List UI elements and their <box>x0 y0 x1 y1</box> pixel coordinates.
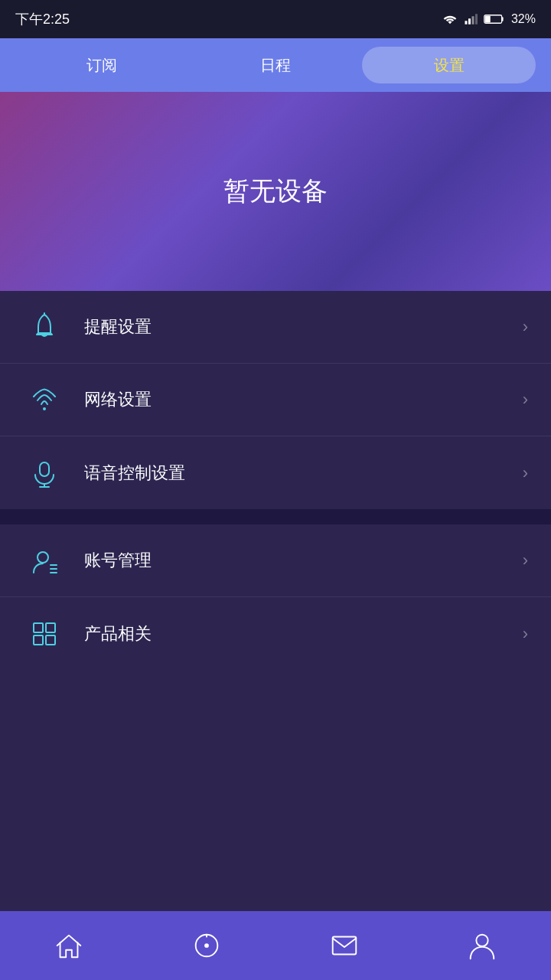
bell-icon <box>23 306 65 348</box>
settings-group-gap <box>0 509 551 524</box>
network-chevron: › <box>523 390 528 410</box>
wifi-icon <box>23 379 65 421</box>
product-chevron: › <box>523 624 528 644</box>
user-icon <box>23 540 65 582</box>
settings-group-1: 提醒设置 › 网络设置 › 语音控制设置 › <box>0 291 551 509</box>
hero-section: 暂无设备 <box>0 92 551 291</box>
status-time: 下午2:25 <box>15 10 70 28</box>
voice-label: 语音控制设置 <box>84 462 523 485</box>
product-label: 产品相关 <box>84 622 523 645</box>
account-chevron: › <box>523 550 528 570</box>
svg-rect-16 <box>46 623 55 632</box>
svg-rect-8 <box>40 462 49 476</box>
svg-rect-17 <box>34 635 43 645</box>
svg-rect-3 <box>475 14 478 24</box>
tab-schedule[interactable]: 日程 <box>189 47 363 83</box>
svg-point-7 <box>43 407 46 410</box>
account-label: 账号管理 <box>84 549 523 572</box>
settings-item-reminder[interactable]: 提醒设置 › <box>0 291 551 364</box>
svg-point-11 <box>37 552 48 563</box>
settings-item-network[interactable]: 网络设置 › <box>0 364 551 436</box>
settings-item-account[interactable]: 账号管理 › <box>0 524 551 597</box>
svg-rect-2 <box>471 16 474 24</box>
tab-subscribe[interactable]: 订阅 <box>15 47 189 83</box>
svg-rect-1 <box>468 18 471 24</box>
network-label: 网络设置 <box>84 388 523 411</box>
tab-settings[interactable]: 设置 <box>362 47 536 83</box>
reminder-label: 提醒设置 <box>84 315 523 338</box>
settings-item-product[interactable]: 产品相关 › <box>0 597 551 670</box>
no-device-text: 暂无设备 <box>223 174 328 209</box>
voice-chevron: › <box>523 463 528 483</box>
tab-bar: 订阅 日程 设置 <box>0 38 551 92</box>
battery-status-icon <box>484 13 505 25</box>
bottom-nav-profile[interactable] <box>452 923 513 969</box>
status-bar: 下午2:25 32% <box>0 0 551 38</box>
grid-icon <box>23 612 65 655</box>
settings-item-voice[interactable]: 语音控制设置 › <box>0 436 551 509</box>
svg-point-23 <box>476 935 487 946</box>
wifi-status-icon <box>442 13 458 25</box>
settings-group-2: 账号管理 › 产品相关 › <box>0 524 551 670</box>
reminder-chevron: › <box>523 317 528 337</box>
bottom-nav-discover[interactable] <box>176 923 237 969</box>
battery-percent: 32% <box>511 12 536 26</box>
bottom-nav-home[interactable] <box>38 923 99 969</box>
status-icons: 32% <box>442 12 536 26</box>
svg-rect-22 <box>333 937 357 955</box>
svg-rect-5 <box>485 16 491 23</box>
bottom-nav <box>0 911 551 980</box>
svg-rect-15 <box>34 623 43 632</box>
signal-status-icon <box>464 13 478 25</box>
mic-icon <box>23 452 65 494</box>
svg-point-20 <box>204 943 209 948</box>
svg-rect-0 <box>465 21 467 24</box>
bottom-nav-message[interactable] <box>314 923 375 969</box>
svg-rect-18 <box>46 635 55 645</box>
